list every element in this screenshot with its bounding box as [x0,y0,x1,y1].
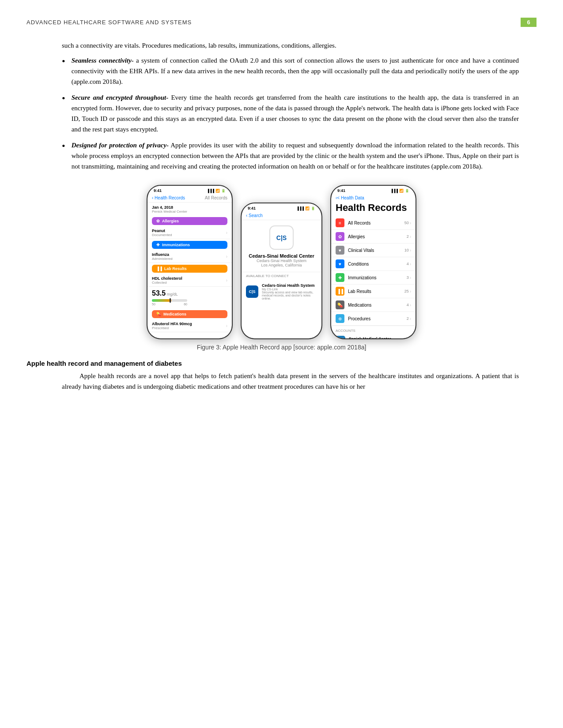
bullet-label-2: Secure and encrypted throughout- [72,94,169,101]
peanut-chevron: › [226,230,227,235]
available-label: AVAILABLE TO CONNECT [242,272,321,280]
penick-name: Penick Medical Center [349,337,391,339]
bullet-content-1: Seamless connectivity- a system of conne… [72,55,519,87]
lab-big-value: 53.5 [152,289,166,297]
influenza-record[interactable]: Influenza Administered › [147,251,232,263]
phone-right: 9:41 ▐▐▐ 📶 🔋 ‹ < Health Data Health Reco… [330,185,416,339]
mid-wifi-icon: 📶 [305,206,310,210]
medications-label: Medications [163,312,186,316]
wifi-icon: 📶 [215,189,220,193]
hr-procedures[interactable]: ⊕ Procedures 2 › [331,312,416,326]
page-header: ADVANCED HEALTHCARE SOFTWARE AND SYSTEMS… [26,18,537,27]
hr-allergies[interactable]: ✿ Allergies 2 › [331,230,416,244]
immunizations-chevron: › [410,275,411,280]
conditions-icon: ♥ [336,259,344,268]
procedures-chevron: › [410,316,411,321]
lab-bar-marker [170,298,171,303]
penick-icon: 🏥 [336,336,345,338]
lab-bar [152,299,187,302]
bullet-item-1: • Seamless connectivity- a system of con… [62,55,519,87]
mid-nav: ‹ Search [242,211,321,220]
conditions-chevron: › [410,262,411,266]
albuterol-chevron: › [226,323,227,328]
hr-lab-results[interactable]: ▐▐ Lab Results 25 › [331,285,416,298]
section-text: Apple health records are a novel app tha… [62,371,519,392]
phone-middle: 9:41 ▐▐▐ 📶 🔋 ‹ Search C|S Cedars-Sinai M… [241,203,322,339]
hdl-chevron: › [226,278,227,283]
lab-list-label: Lab Results [348,289,371,294]
medications-icon: 💊 [156,312,161,316]
left-nav: ‹ Health Records All Records [147,194,232,203]
lab-results-badge[interactable]: ▐▐ Lab Results [152,265,227,273]
bullet-item-3: • Designed for protection of privacy- Ap… [62,140,519,172]
date-provider: Jan 4, 2018 Penick Medical Center [147,203,232,215]
lab-label: Lab Results [164,266,187,271]
albuterol-record[interactable]: Albuterol HFA 90mcg Prescribed › [147,320,232,332]
immunizations-label: Immunizations [162,243,190,247]
connect-detail: Securely access and view lab results, me… [262,291,317,300]
immunizations-list-icon: ✚ [336,273,344,282]
connect-info: Cedars-Sinai Health System My CS-Link Se… [262,283,317,300]
intro-text: such a connectivity are vitals. Procedur… [62,40,519,51]
signal-icon: ▐▐▐ [207,189,214,193]
vitals-label: Clinical Vitals [348,248,374,253]
hr-title: Health Records [331,201,416,216]
all-records-icon: ≡ [336,218,344,227]
figure-caption: Figure 3: Apple Health Record app [sourc… [26,344,537,351]
cs-system-name: Cedars-Sinai Health System [242,259,321,263]
lab-value-section: 53.5 mg/dL 50 60 [147,287,232,308]
allergies-badge[interactable]: ✿ Allergies [152,217,227,225]
immunizations-badge[interactable]: ✚ Immunizations [152,241,227,249]
hr-clinical-vitals[interactable]: ♥ Clinical Vitals 10 › [331,244,416,257]
bullet-content-2: Secure and encrypted throughout- Every t… [72,92,519,135]
mid-status-time: 9:41 [248,206,256,210]
lab-icon: ▐▐ [156,266,162,271]
bullet-text-1: a system of connection called the OAuth … [72,57,519,85]
lab-range-low: 50 [152,303,155,306]
phone-middle-screen: 9:41 ▐▐▐ 📶 🔋 ‹ Search C|S Cedars-Sinai M… [242,203,321,338]
mid-signal-icon: ▐▐▐ [296,206,304,210]
header-title: ADVANCED HEALTHCARE SOFTWARE AND SYSTEMS [26,19,192,26]
all-records-label: All Records [348,221,370,225]
peanut-record[interactable]: Peanut Documented › [147,227,232,239]
right-status-bar: 9:41 ▐▐▐ 📶 🔋 [331,186,416,194]
peanut-sub: Documented [152,233,172,237]
connect-item[interactable]: C|S Cedars-Sinai Health System My CS-Lin… [242,280,321,304]
immunizations-list-label: Immunizations [348,275,376,280]
allergies-label: Allergies [162,219,179,223]
right-back[interactable]: ‹ < Health Data [331,194,416,201]
vitals-icon: ♥ [336,246,344,255]
cs-logo-text: C|S [276,234,287,241]
mid-back-button[interactable]: ‹ Search [246,213,263,218]
hr-medications[interactable]: 💊 Medications 4 › [331,298,416,312]
left-provider: Penick Medical Center [152,210,227,214]
right-status-time: 9:41 [337,188,345,193]
lab-chevron: › [410,289,411,294]
allergies-count: 2 [407,234,409,239]
connect-sub: My CS-Link [262,288,317,291]
conditions-count: 4 [407,262,409,266]
connect-name: Cedars-Sinai Health System [262,283,317,288]
immunizations-icon: ✚ [156,243,160,247]
mid-battery-icon: 🔋 [311,206,315,210]
medications-badge[interactable]: 💊 Medications [152,310,227,318]
battery-icon: 🔋 [221,189,226,193]
hr-conditions[interactable]: ♥ Conditions 4 › [331,257,416,271]
bullet-dot-1: • [62,53,65,69]
conditions-label: Conditions [348,262,369,266]
left-status-bar: 9:41 ▐▐▐ 📶 🔋 [147,186,232,194]
bullet-item-2: • Secure and encrypted throughout- Every… [62,92,519,135]
medications-count: 4 [407,303,409,307]
hdl-record[interactable]: HDL cholesterol Collected › [147,274,232,287]
hr-immunizations[interactable]: ✚ Immunizations 3 › [331,271,416,285]
lab-unit: mg/dL [167,292,178,296]
cs-location: Los Angeles, California [242,263,321,267]
left-status-time: 9:41 [154,188,162,193]
right-status-icons: ▐▐▐ 📶 🔋 [390,189,409,193]
hr-all-records[interactable]: ≡ All Records 50 › [331,216,416,230]
right-back-label: < Health Data [337,195,364,200]
penick-account[interactable]: 🏥 Penick Medical Center My Patient Porta… [331,334,416,338]
vitals-chevron: › [410,248,411,253]
all-records-chevron: › [410,221,411,225]
left-back-button[interactable]: ‹ Health Records [152,195,185,200]
